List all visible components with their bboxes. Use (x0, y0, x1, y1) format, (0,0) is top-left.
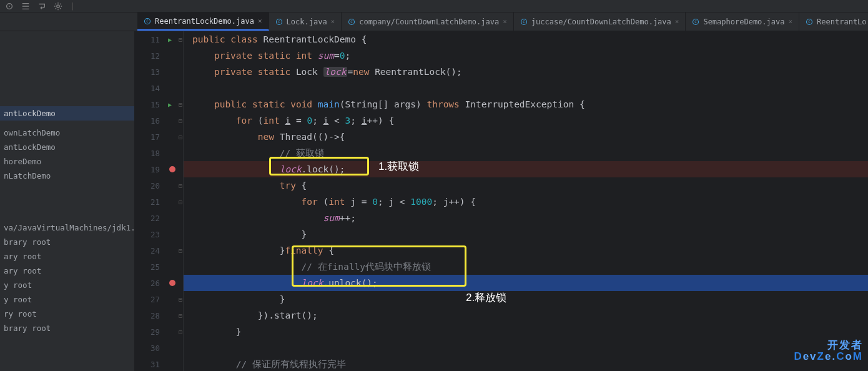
code-line[interactable]: for (int i = 0; i < 3; i++) { (184, 112, 868, 129)
wrap-icon[interactable] (37, 2, 46, 11)
sidebar-item[interactable]: nLatchDemo (0, 169, 134, 183)
sidebar-lib-item[interactable]: y root (0, 292, 134, 307)
gutter-line[interactable]: 28⊟ (135, 307, 183, 324)
gutter-line[interactable]: 26 (135, 275, 183, 291)
code-line[interactable]: // 在finally代码块中释放锁 (184, 259, 868, 275)
sidebar-lib-item[interactable]: brary root (0, 235, 134, 249)
gutter-line[interactable]: 20⊟ (135, 177, 183, 194)
tab-2[interactable]: Ccompany/CountDownLatchDemo.java× (342, 12, 514, 31)
top-toolbar: | (0, 0, 868, 12)
gutter-line[interactable]: 31 (135, 356, 183, 371)
gutter-line[interactable]: 25 (135, 259, 183, 275)
tab-3[interactable]: Cjuccase/CountDownLatchDemo.java× (514, 12, 686, 31)
sidebar-item[interactable]: horeDemo (0, 154, 134, 169)
code-line[interactable]: public static void main(String[] args) t… (184, 96, 868, 112)
gutter-line[interactable]: 22 (135, 210, 183, 226)
gutter-line[interactable]: 17⊟ (135, 129, 183, 145)
sidebar-lib-item[interactable]: ary root (0, 264, 134, 278)
tab-4[interactable]: CSemaphoreDemo.java× (686, 12, 799, 31)
code-line[interactable]: } (184, 291, 868, 307)
fold-icon[interactable]: ⊟ (179, 36, 182, 43)
gutter-line[interactable]: 15▶⊟ (135, 96, 183, 112)
breakpoint-icon[interactable] (169, 166, 175, 172)
tab-bar: CReentrantLockDemo.java×CLock.java×Ccomp… (0, 12, 868, 31)
tab-1[interactable]: CLock.java× (269, 12, 342, 31)
fold-icon[interactable]: ⊟ (179, 117, 182, 124)
close-icon[interactable]: × (675, 17, 679, 26)
code-line[interactable]: // 保证所有线程执行完毕 (184, 356, 868, 371)
gutter-line[interactable]: 14 (135, 80, 183, 96)
code-line[interactable]: for (int j = 0; j < 1000; j++) { (184, 194, 868, 210)
svg-text:C: C (808, 19, 811, 24)
java-file-icon: C (520, 18, 528, 26)
fold-icon[interactable]: ⊟ (179, 247, 182, 254)
code-line[interactable]: lock.unlock(); (184, 275, 868, 291)
sidebar-lib-item[interactable]: ry root (0, 307, 134, 321)
gutter-line[interactable]: 19 (135, 161, 183, 177)
code-line[interactable] (184, 340, 868, 356)
code-line[interactable]: }finally { (184, 242, 868, 259)
sidebar-lib-item[interactable]: brary root (0, 321, 134, 335)
code-line[interactable]: // 获取锁 (184, 145, 868, 161)
settings-icon[interactable] (54, 2, 62, 11)
code-line[interactable]: public class ReentrantLockDemo { (184, 31, 868, 47)
sidebar-item[interactable]: ownLatchDemo (0, 126, 134, 140)
sidebar-lib-item[interactable]: ary root (0, 249, 134, 264)
editor: 11▶⊟12131415▶⊟16⊟17⊟181920⊟21⊟222324⊟252… (135, 31, 868, 371)
code-line[interactable]: new Thread(()->{ (184, 129, 868, 145)
fold-icon[interactable]: ⊟ (179, 101, 182, 108)
annotation-2: 2.释放锁 (466, 290, 506, 305)
code-line[interactable]: sum++; (184, 210, 868, 226)
close-icon[interactable]: × (331, 17, 335, 26)
gutter-line[interactable]: 12 (135, 47, 183, 64)
gutter-line[interactable]: 16⊟ (135, 112, 183, 129)
gutter-line[interactable]: 11▶⊟ (135, 31, 183, 47)
code-area[interactable]: public class ReentrantLockDemo { private… (184, 31, 868, 371)
svg-text:C: C (350, 19, 353, 24)
fold-icon[interactable]: ⊟ (179, 199, 182, 205)
indent-icon[interactable] (21, 2, 30, 11)
fold-icon[interactable]: ⊟ (179, 296, 182, 303)
gutter-line[interactable]: 27⊟ (135, 291, 183, 307)
sidebar-item[interactable]: antLockDemo (0, 140, 134, 154)
watermark: 开发者 DevZe.CoM (794, 340, 863, 362)
gutter-line[interactable]: 24⊟ (135, 242, 183, 259)
close-icon[interactable]: × (788, 17, 792, 26)
gutter-line[interactable]: 21⊟ (135, 194, 183, 210)
view-icon[interactable] (5, 2, 14, 11)
java-file-icon: C (275, 18, 283, 26)
fold-icon[interactable]: ⊟ (179, 182, 182, 189)
code-line[interactable]: private static Lock lock=new ReentrantLo… (184, 64, 868, 80)
gutter-line[interactable]: 18 (135, 145, 183, 161)
java-file-icon: C (692, 18, 699, 26)
svg-point-2 (57, 4, 59, 7)
code-line[interactable]: } (184, 324, 868, 340)
gutter-line[interactable]: 13 (135, 64, 183, 80)
code-line[interactable]: try { (184, 177, 868, 194)
fold-icon[interactable]: ⊟ (179, 312, 182, 319)
sidebar-lib-item[interactable]: y root (0, 278, 134, 292)
gutter-line[interactable]: 23 (135, 226, 183, 242)
sidebar-item[interactable] (0, 121, 134, 126)
close-icon[interactable]: × (503, 17, 507, 26)
close-icon[interactable]: × (258, 17, 262, 25)
code-line[interactable]: private static int sum=0; (184, 47, 868, 64)
fold-icon[interactable]: ⊟ (179, 134, 182, 141)
gutter-line[interactable]: 29⊟ (135, 324, 183, 340)
fold-icon[interactable]: ⊟ (179, 329, 182, 335)
code-line[interactable]: } (184, 226, 868, 242)
tab-0[interactable]: CReentrantLockDemo.java× (137, 12, 269, 31)
code-line[interactable]: }).start(); (184, 307, 868, 324)
sidebar-item[interactable]: antLockDemo (0, 106, 134, 121)
code-line[interactable]: lock.lock(); (184, 161, 868, 177)
sidebar-lib-header[interactable]: va/JavaVirtualMachines/jdk1.8.0 (0, 220, 134, 235)
sidebar: antLockDemoownLatchDemoantLockDemohoreDe… (0, 31, 135, 371)
svg-text:C: C (695, 19, 698, 24)
code-line[interactable] (184, 80, 868, 96)
run-icon[interactable]: ▶ (168, 101, 172, 108)
gutter-line[interactable]: 30 (135, 340, 183, 356)
breakpoint-icon[interactable] (169, 280, 175, 286)
run-icon[interactable]: ▶ (168, 36, 172, 43)
svg-text:C: C (146, 19, 149, 23)
tab-5[interactable]: CReentrantLo× (799, 12, 868, 31)
